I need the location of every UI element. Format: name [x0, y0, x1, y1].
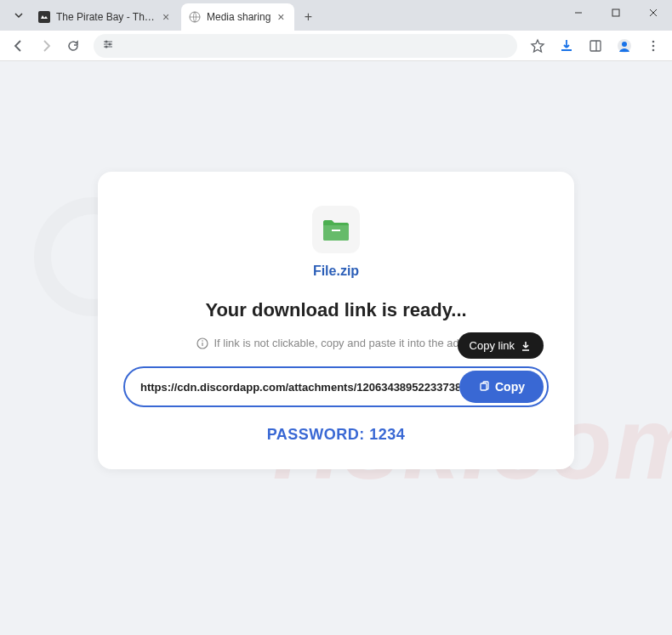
svg-point-13 [622, 42, 627, 47]
browser-title-bar: The Pirate Bay - The galaxy's m... × Med… [0, 0, 672, 31]
page-content: risk.com File.zip Your download link is … [0, 61, 672, 635]
forward-button[interactable] [34, 34, 58, 58]
tab-pirate-bay[interactable]: The Pirate Bay - The galaxy's m... × [31, 3, 179, 31]
window-controls [560, 0, 672, 26]
svg-point-15 [652, 44, 655, 47]
download-arrow-icon [520, 340, 532, 352]
copy-icon [478, 381, 490, 393]
svg-point-8 [109, 43, 111, 46]
url-row: Copy link https://cdn.discordapp.com/att… [123, 366, 549, 407]
reload-button[interactable] [61, 34, 85, 58]
close-icon[interactable]: × [274, 10, 288, 24]
favicon-globe-icon [188, 10, 202, 24]
info-icon [196, 337, 208, 349]
close-icon[interactable]: × [159, 10, 173, 24]
close-window-button[interactable] [635, 0, 672, 26]
copy-link-tooltip: Copy link [458, 332, 544, 359]
svg-point-22 [202, 340, 204, 342]
downloads-button[interactable] [555, 34, 578, 58]
svg-point-14 [652, 40, 655, 43]
tab-search-button[interactable] [7, 3, 31, 27]
tab-title: Media sharing [207, 11, 271, 23]
minimize-button[interactable] [560, 0, 597, 26]
favicon-pirate-bay [37, 10, 51, 24]
side-panel-button[interactable] [584, 34, 607, 58]
svg-rect-20 [332, 230, 340, 231]
profile-button[interactable] [612, 34, 636, 58]
menu-button[interactable] [641, 34, 665, 58]
svg-point-7 [105, 41, 108, 43]
svg-rect-0 [38, 11, 50, 23]
back-button[interactable] [7, 34, 31, 58]
svg-rect-10 [590, 41, 601, 51]
folder-icon [312, 206, 360, 253]
download-card: File.zip Your download link is ready... … [98, 172, 574, 469]
address-bar[interactable] [94, 34, 517, 58]
filename: File.zip [123, 264, 549, 279]
copy-button[interactable]: Copy [459, 371, 544, 403]
heading: Your download link is ready... [123, 299, 549, 321]
tab-media-sharing[interactable]: Media sharing × [181, 3, 294, 31]
new-tab-button[interactable]: + [296, 5, 320, 29]
url-text[interactable]: https://cdn.discordapp.com/attachments/1… [140, 381, 459, 394]
bookmark-button[interactable] [526, 34, 550, 58]
tab-title: The Pirate Bay - The galaxy's m... [56, 11, 156, 23]
svg-point-16 [652, 48, 655, 51]
svg-rect-24 [481, 383, 487, 390]
svg-point-9 [105, 46, 108, 48]
site-settings-icon[interactable] [102, 38, 114, 53]
svg-rect-3 [612, 9, 619, 16]
maximize-button[interactable] [597, 0, 635, 26]
password-label: PASSWORD: 1234 [123, 426, 549, 444]
browser-toolbar [0, 31, 672, 61]
